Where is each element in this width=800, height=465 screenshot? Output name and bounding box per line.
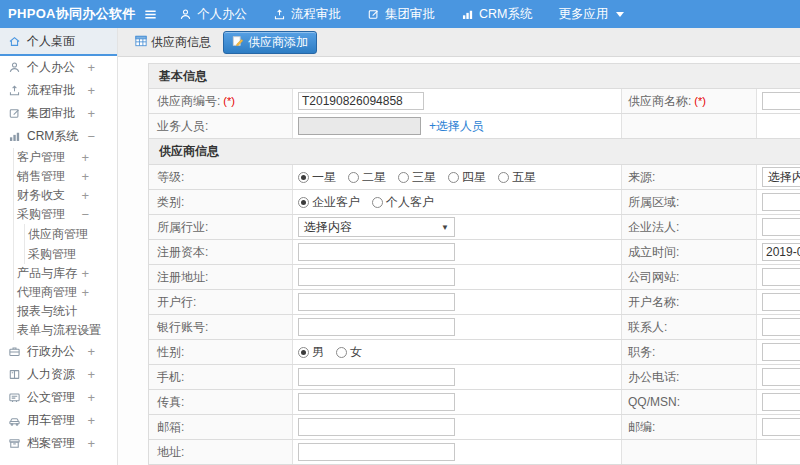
supplier-code-input[interactable] bbox=[298, 92, 424, 110]
tab-supplier-info-tab[interactable]: 供应商信息 bbox=[131, 31, 215, 54]
sidebar-item-customer-mgmt[interactable]: 客户管理+ bbox=[14, 148, 117, 167]
sidebar-item-vehicle-mgmt[interactable]: 用车管理+ bbox=[0, 409, 117, 432]
label-text: 企业法人: bbox=[628, 219, 679, 236]
contact-input[interactable] bbox=[762, 318, 800, 336]
expander-icon[interactable]: + bbox=[87, 391, 95, 404]
radio-label: 四星 bbox=[462, 169, 486, 186]
fax-input[interactable] bbox=[298, 393, 455, 411]
expander-icon[interactable]: + bbox=[87, 107, 95, 120]
email-input[interactable] bbox=[298, 418, 455, 436]
sidebar-item-agent-mgmt[interactable]: 代理商管理+ bbox=[14, 283, 117, 302]
level-radio-1[interactable]: 二星 bbox=[348, 169, 386, 186]
expander-icon[interactable]: + bbox=[81, 170, 89, 183]
position-input[interactable] bbox=[762, 343, 800, 361]
business-staff-select-link[interactable]: +选择人员 bbox=[429, 118, 484, 135]
chart-icon bbox=[8, 130, 22, 144]
expander-icon[interactable]: + bbox=[81, 151, 89, 164]
sidebar-item-supplier-mgmt[interactable]: 供应商管理 bbox=[25, 224, 117, 244]
sidebar-item-personal-desktop[interactable]: 个人桌面 bbox=[0, 28, 117, 56]
label-text: 注册资本: bbox=[157, 244, 208, 261]
qq-msn-input[interactable] bbox=[762, 393, 800, 411]
nav-item-4[interactable]: 更多应用 bbox=[545, 0, 637, 28]
field-cell: +选择人员 bbox=[292, 114, 622, 138]
address-input[interactable] bbox=[298, 443, 455, 461]
zipcode-input[interactable] bbox=[762, 418, 800, 436]
gender-radio-0[interactable]: 男 bbox=[298, 344, 324, 361]
sidebar-item-personal-office[interactable]: 个人办公+ bbox=[0, 56, 117, 79]
nav-item-label: 集团审批 bbox=[385, 6, 435, 23]
radio-label: 一星 bbox=[312, 169, 336, 186]
sidebar-item-label: 销售管理 bbox=[17, 168, 65, 185]
sidebar-item-form-flow-settings[interactable]: 表单与流程设置+ bbox=[14, 321, 117, 340]
legal-person-input[interactable] bbox=[762, 218, 800, 236]
sidebar-item-product-stock[interactable]: 产品与库存+ bbox=[14, 264, 117, 283]
label-text: 类别: bbox=[157, 194, 184, 211]
sidebar-item-reports-stats[interactable]: 报表与统计 bbox=[14, 302, 117, 321]
menu-icon[interactable] bbox=[138, 7, 162, 22]
expander-icon[interactable]: + bbox=[81, 189, 89, 202]
bank-input[interactable] bbox=[298, 293, 455, 311]
sidebar-item-process-approval[interactable]: 流程审批+ bbox=[0, 79, 117, 102]
form-row: 所属行业:选择内容▼企业法人: bbox=[148, 215, 800, 240]
mobile-input[interactable] bbox=[298, 368, 455, 386]
expander-icon[interactable]: + bbox=[87, 437, 95, 450]
category-radio-1[interactable]: 个人客户 bbox=[372, 194, 434, 211]
sidebar-item-hr[interactable]: 人力资源+ bbox=[0, 363, 117, 386]
layout: 个人桌面个人办公+流程审批+集团审批+CRM系统−客户管理+销售管理+财务收支+… bbox=[0, 28, 800, 465]
sidebar-item-finance[interactable]: 财务收支+ bbox=[14, 186, 117, 205]
field-cell: 一星二星三星四星五星 bbox=[292, 165, 622, 189]
level-radio-3[interactable]: 四星 bbox=[448, 169, 486, 186]
expander-icon[interactable]: + bbox=[87, 414, 95, 427]
gender-radio-1[interactable]: 女 bbox=[336, 344, 362, 361]
expander-icon[interactable]: + bbox=[81, 324, 89, 337]
registered-capital-input[interactable] bbox=[298, 243, 455, 261]
source-select[interactable]: 选择内容▼ bbox=[762, 167, 800, 187]
region-input[interactable] bbox=[762, 193, 800, 211]
supplier-name-input[interactable] bbox=[762, 92, 800, 110]
office-phone-input[interactable] bbox=[762, 368, 800, 386]
nav-item-2[interactable]: 集团审批 bbox=[354, 0, 448, 28]
nav-item-label: CRM系统 bbox=[479, 6, 532, 23]
expander-icon[interactable]: + bbox=[87, 61, 95, 74]
tab-supplier-add-tab[interactable]: 供应商添加 bbox=[223, 31, 317, 54]
sidebar-item-sales-mgmt[interactable]: 销售管理+ bbox=[14, 167, 117, 186]
expander-icon[interactable]: + bbox=[81, 267, 89, 280]
level-radio-0[interactable]: 一星 bbox=[298, 169, 336, 186]
supplier-form: 基本信息供应商编号:(*)供应商名称:(*)业务人员:+选择人员供应商信息等级:… bbox=[148, 63, 800, 465]
business-staff-input[interactable] bbox=[298, 117, 421, 135]
expander-icon[interactable]: − bbox=[81, 208, 89, 221]
sidebar-item-label: CRM系统 bbox=[27, 128, 78, 145]
registered-address-input[interactable] bbox=[298, 268, 455, 286]
level-radio-2[interactable]: 三星 bbox=[398, 169, 436, 186]
app-logo: PHPOA协同办公软件 bbox=[0, 5, 128, 23]
select-value: 选择内容 bbox=[768, 169, 800, 186]
level-radio-4[interactable]: 五星 bbox=[498, 169, 536, 186]
website-input[interactable] bbox=[762, 268, 800, 286]
sidebar-item-purchase-mgmt[interactable]: 采购管理− bbox=[14, 205, 117, 224]
nav-item-3[interactable]: CRM系统 bbox=[448, 0, 545, 28]
founded-date-input[interactable] bbox=[762, 243, 800, 261]
sidebar-item-crm-system[interactable]: CRM系统− bbox=[0, 125, 117, 148]
sidebar-item-admin-office[interactable]: 行政办公+ bbox=[0, 340, 117, 363]
expander-icon[interactable]: + bbox=[81, 286, 89, 299]
nav-item-1[interactable]: 流程审批 bbox=[260, 0, 354, 28]
sidebar-item-label: 产品与库存 bbox=[17, 265, 77, 282]
industry-select[interactable]: 选择内容▼ bbox=[298, 217, 455, 237]
submenu: 客户管理+销售管理+财务收支+采购管理−供应商管理采购管理产品与库存+代理商管理… bbox=[13, 148, 117, 340]
sidebar-item-purchasing[interactable]: 采购管理 bbox=[25, 244, 117, 264]
sidebar-item-archive-mgmt[interactable]: 档案管理+ bbox=[0, 432, 117, 455]
expander-icon[interactable]: + bbox=[87, 345, 95, 358]
expander-icon[interactable]: − bbox=[87, 130, 95, 143]
bank-account-input[interactable] bbox=[298, 318, 455, 336]
expander-icon[interactable]: + bbox=[87, 368, 95, 381]
category-radio-0[interactable]: 企业客户 bbox=[298, 194, 360, 211]
field-label: 注册资本: bbox=[149, 240, 292, 264]
sidebar-item-group-approval[interactable]: 集团审批+ bbox=[0, 102, 117, 125]
account-name-input[interactable] bbox=[762, 293, 800, 311]
field-label: 地址: bbox=[149, 440, 292, 464]
field-cell bbox=[757, 415, 800, 439]
expander-icon[interactable]: + bbox=[87, 84, 95, 97]
nav-item-0[interactable]: 个人办公 bbox=[166, 0, 260, 28]
required-marker: (*) bbox=[223, 95, 235, 107]
sidebar-item-document-mgmt[interactable]: 公文管理+ bbox=[0, 386, 117, 409]
